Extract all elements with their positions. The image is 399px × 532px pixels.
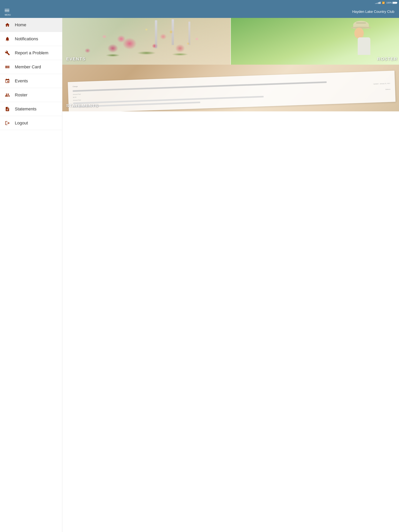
sidebar-item-statements-label: Statements — [15, 107, 36, 112]
updated-label: Updated - January 01, 2017 — [373, 83, 390, 85]
sidebar-item-home[interactable]: Home — [0, 18, 62, 32]
hat-stripe — [356, 22, 366, 24]
logout-icon — [4, 120, 11, 127]
statements-tile[interactable]: Charge Amount Paid Updated - January 01,… — [62, 65, 399, 111]
glass-2 — [172, 19, 174, 45]
sidebar: Home Notifications Report a Proble — [0, 18, 62, 532]
amount-paid-label-2: Amount Paid — [73, 99, 81, 101]
glass-1 — [155, 20, 157, 48]
table-overlay — [62, 18, 231, 65]
person-body — [358, 37, 370, 55]
statements-icon — [4, 106, 11, 113]
sidebar-item-notifications[interactable]: Notifications — [0, 32, 62, 46]
main-content: EVENTS — [62, 18, 399, 532]
sidebar-item-member-card[interactable]: Member Card — [0, 60, 62, 74]
person-face — [354, 28, 364, 38]
menu-label: MENU — [5, 14, 11, 16]
battery-bar — [392, 2, 397, 4]
battery-indicator: 100% — [386, 1, 397, 4]
sidebar-item-roster[interactable]: Roster — [0, 88, 62, 102]
sidebar-item-home-label: Home — [15, 22, 26, 27]
status-bar: 📶 100% — [0, 0, 399, 6]
roster-icon — [4, 92, 11, 99]
sidebar-item-events[interactable]: Events — [0, 74, 62, 88]
sidebar-item-events-label: Events — [15, 78, 28, 83]
sidebar-item-notifications-label: Notifications — [15, 36, 38, 41]
roster-tile-label: ROSTER — [377, 57, 398, 62]
statement-paper: Charge Amount Paid Updated - January 01,… — [68, 71, 396, 111]
app-wrapper: MENU Hayden Lake Country Club Home — [0, 6, 399, 532]
sidebar-item-member-card-label: Member Card — [15, 64, 41, 70]
glass-3 — [188, 22, 190, 45]
body-area: Home Notifications Report a Proble — [0, 18, 399, 532]
amount-value: $0.00 — [73, 97, 76, 98]
roster-tile[interactable]: ROSTER — [231, 18, 399, 65]
hamburger-icon[interactable] — [3, 7, 11, 14]
sidebar-item-statements[interactable]: Statements — [0, 102, 62, 116]
wifi-icon: 📶 — [382, 1, 385, 4]
hat-top — [353, 21, 369, 29]
amount-paid-label: Amount Paid — [73, 94, 81, 95]
sidebar-item-report-problem[interactable]: Report a Problem — [0, 46, 62, 60]
signal-icon — [375, 2, 380, 4]
home-icon — [4, 21, 11, 28]
bell-icon — [4, 35, 11, 43]
statement-row-3: Amount Paid Balance — [73, 89, 390, 101]
statements-tile-label: STATEMENTS — [66, 103, 99, 108]
header-title: Hayden Lake Country Club — [352, 10, 394, 14]
balance-label: Balance — [386, 89, 391, 90]
sidebar-item-logout-label: Logout — [15, 120, 28, 126]
tiles-area: EVENTS — [62, 18, 399, 532]
barcode-icon — [4, 63, 11, 70]
sidebar-item-logout[interactable]: Logout — [0, 116, 62, 130]
statement-row-2: $0.00 — [73, 86, 390, 98]
top-tiles-row: EVENTS — [62, 18, 399, 65]
golf-green-bg — [231, 18, 399, 65]
calendar-icon — [4, 77, 11, 84]
menu-button[interactable]: MENU — [3, 7, 13, 16]
sidebar-item-report-problem-label: Report a Problem — [15, 51, 48, 56]
events-tile-bg — [62, 18, 231, 65]
sidebar-item-roster-label: Roster — [15, 93, 27, 98]
battery-percent-label: 100% — [386, 1, 392, 4]
header: MENU Hayden Lake Country Club — [0, 6, 399, 18]
wrench-icon — [4, 50, 11, 57]
events-tile[interactable]: EVENTS — [62, 18, 231, 65]
events-tile-label: EVENTS — [66, 57, 86, 62]
